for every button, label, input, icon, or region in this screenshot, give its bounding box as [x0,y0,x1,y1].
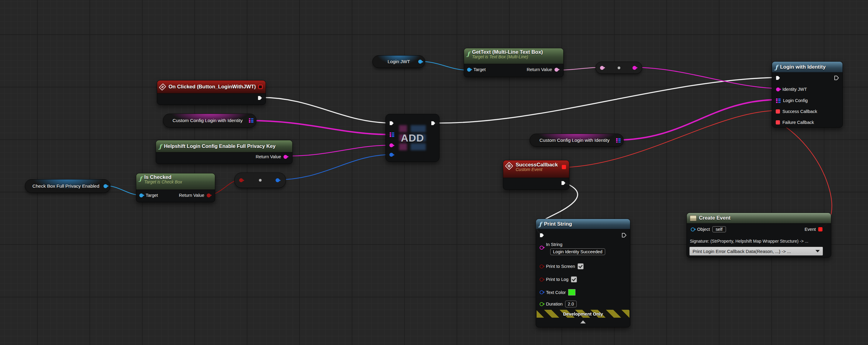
text-color-swatch[interactable] [568,289,576,295]
text-input-pin[interactable] [600,66,604,70]
exec-out-row [257,95,262,100]
delegate-pin[interactable] [258,85,262,89]
pin-label: Success Callback [782,109,817,114]
object-output-pin[interactable] [103,184,107,188]
node-header[interactable]: ƒ Is Checked Target is Check Box [136,173,215,190]
map-wire-config-to-add [249,121,391,135]
exec-wire-add-to-login [434,78,777,123]
node-title: Helpshift Login Config Enable Full Priva… [164,143,276,149]
event-icon [159,83,166,90]
map-output-pin[interactable] [616,138,621,142]
variable-label: Login JWT [388,59,410,64]
map-output-pin[interactable] [249,118,253,123]
print-to-log-row: Print to Log [539,276,577,282]
variable-label: Custom Config Login with Identity [539,138,610,143]
object-wire-loginjwt-to-gettext [420,61,469,70]
output-pin[interactable] [276,178,280,182]
duration-pin[interactable] [539,302,544,306]
node-success-callback[interactable]: SuccessCallback Custom Event [503,160,569,190]
exec-out-pin[interactable] [561,180,566,185]
return-pin-row: Return Value [527,67,558,72]
node-title: Print String [544,221,572,227]
event-delegate-pin[interactable] [818,227,823,231]
exec-out-pin[interactable] [834,75,839,81]
node-header[interactable]: ƒ Helpshift Login Config Enable Full Pri… [156,140,292,152]
identity-jwt-pin[interactable] [776,87,780,91]
collapse-arrow-icon[interactable] [580,320,586,323]
exec-in-pin[interactable] [539,233,545,238]
exec-in-row [389,121,394,126]
node-on-clicked[interactable]: On Clicked (Button_LoginWithJWT) [157,80,266,105]
node-header[interactable]: On Clicked (Button_LoginWithJWT) [157,81,266,93]
exec-out-pin[interactable] [622,233,627,238]
exec-in-pin[interactable] [775,75,781,81]
failure-callback-pin[interactable] [776,120,780,124]
node-tostring-conversion[interactable] [595,62,642,74]
login-config-map-pin[interactable] [776,98,781,103]
print-to-log-checkbox[interactable] [571,276,577,282]
node-map-add[interactable]: ADD [385,114,439,162]
exec-in-row [539,233,545,238]
duration-input[interactable]: 2.0 [565,301,577,307]
value-pin[interactable] [390,153,393,157]
pin-label: Return Value [527,67,552,72]
object-self-input[interactable]: self [712,226,726,232]
target-pin[interactable] [467,68,471,72]
pin-label: Print to Log [546,277,568,282]
node-login-jwt[interactable]: Login JWT [372,55,425,68]
node-custom-config-left[interactable]: Custom Config Login with Identity [163,114,256,127]
success-callback-row: Success Callback [776,109,817,114]
node-helpshift-privacy-key[interactable]: ƒ Helpshift Login Config Enable Full Pri… [156,140,292,164]
target-pin[interactable] [139,194,143,197]
print-to-log-pin[interactable] [539,278,544,282]
conversion-dot-icon [259,179,261,182]
node-create-event[interactable]: Create Event Object self Event Signature… [686,212,831,258]
node-header[interactable]: ƒ Print String [536,219,630,229]
print-to-screen-checkbox[interactable] [578,263,584,269]
exec-out-pin[interactable] [257,95,262,100]
string-output-pin[interactable] [632,66,637,70]
delegate-pin[interactable] [562,165,566,169]
matching-function-dropdown[interactable]: Print Login Error Callback Data(Reason, … [689,247,823,256]
string-wire-helpshift-to-add [286,145,391,156]
return-value-pin[interactable] [207,194,211,197]
exec-out-pin[interactable] [431,121,436,126]
object-pin[interactable] [691,227,695,231]
pin-label: Target [146,193,158,198]
node-header[interactable]: SuccessCallback Custom Event [503,160,569,178]
pin-label: Event [805,227,816,232]
bool-input-pin[interactable] [239,178,243,182]
target-map-pin[interactable] [390,133,394,137]
node-gettext[interactable]: ƒ GetText (Multi-Line Text Box) Target i… [464,48,564,77]
key-pin[interactable] [390,143,393,147]
text-color-pin[interactable] [539,290,544,294]
node-login-with-identity[interactable]: ƒ Login with Identity Identity JWT Login… [772,61,843,127]
node-header[interactable]: Create Event [687,213,831,224]
exec-out-row [431,121,436,126]
map-wire-config-to-loginconfig [615,99,778,140]
create-event-icon [690,215,696,221]
success-callback-pin[interactable] [776,109,780,114]
node-bool-conversion[interactable] [234,173,286,188]
node-print-string[interactable]: ƒ Print String In String Login Identity … [536,219,630,327]
value-row [390,153,393,157]
return-value-pin[interactable] [555,68,558,72]
in-string-input[interactable]: Login Identity Succeeded [550,249,605,255]
value-wire-conv-to-add [277,154,391,180]
pin-label: Object [697,227,710,232]
node-header[interactable]: ƒ Login with Identity [772,62,842,73]
object-output-pin[interactable] [418,60,422,64]
node-is-checked[interactable]: ƒ Is Checked Target is Check Box Target … [136,173,215,202]
node-custom-config-right[interactable]: Custom Config Login with Identity [530,134,624,147]
add-watermark-label: ADD [401,132,424,144]
print-to-screen-pin[interactable] [539,264,544,268]
node-header[interactable]: ƒ GetText (Multi-Line Text Box) Target i… [464,48,563,64]
identity-jwt-row: Identity JWT [776,87,807,92]
node-check-box-variable[interactable]: Check Box Full Privacy Enabled [25,179,111,193]
exec-out-row [834,75,839,81]
exec-in-pin[interactable] [389,121,394,126]
login-config-row: Login Config [776,98,808,103]
pin-label: Return Value [179,193,204,198]
return-value-pin[interactable] [283,155,287,159]
in-string-pin[interactable] [539,246,544,250]
